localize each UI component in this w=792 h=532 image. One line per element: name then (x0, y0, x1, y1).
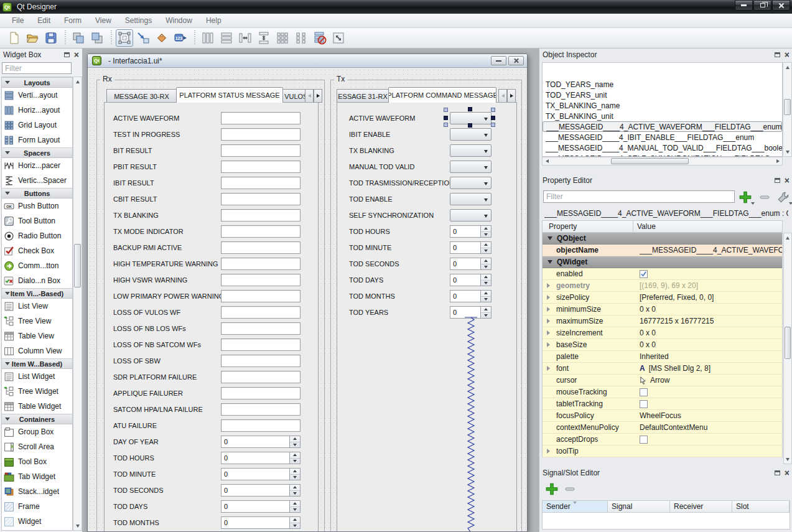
category-item-vi-based-[interactable]: Item Vi...-Based) (2, 288, 72, 299)
property-row-sizePolicy[interactable]: sizePolicy[Preferred, Fixed, 0, 0] (543, 292, 782, 304)
combo-box[interactable] (450, 177, 492, 189)
line-edit[interactable] (221, 371, 300, 383)
widget-box-header[interactable]: Widget Box × (0, 49, 82, 61)
column-header-sender[interactable]: Sender (543, 501, 608, 512)
widget-item-stacked-widget[interactable]: Stack...idget (2, 484, 72, 499)
spin-up-icon[interactable] (481, 226, 491, 232)
property-value-cell[interactable] (636, 386, 782, 398)
spin-down-icon[interactable] (481, 313, 491, 319)
spin-arrows[interactable] (289, 501, 300, 512)
property-row-baseSize[interactable]: baseSize0 x 0 (543, 339, 782, 351)
spin-box[interactable]: 0 (221, 516, 300, 529)
property-value-cell[interactable] (636, 398, 782, 409)
checkbox-unchecked[interactable] (640, 388, 648, 396)
property-row-objectName[interactable]: objectName___MESSAGEID____4_ACTIVE_WAVEF… (543, 245, 782, 256)
edit-buddies-button[interactable] (153, 29, 170, 47)
scrollbar-thumb[interactable] (74, 244, 81, 287)
column-header-slot[interactable]: Slot (732, 501, 790, 512)
scroll-down-icon[interactable] (783, 147, 791, 156)
selection-handle[interactable] (468, 107, 472, 111)
widget-item-tool-box[interactable]: Tool Box (2, 454, 72, 469)
new-file-button[interactable] (5, 29, 22, 47)
tx-tab-scroll-right[interactable] (507, 89, 516, 103)
chevron-down-icon[interactable] (751, 202, 755, 205)
layout-form-button[interactable] (292, 29, 310, 47)
property-row-contextMenuPolicy[interactable]: contextMenuPolicyDefaultContextMenu (543, 422, 782, 434)
spin-up-icon[interactable] (481, 274, 491, 281)
checkbox-unchecked[interactable] (640, 436, 648, 444)
spin-up-icon[interactable] (481, 242, 491, 248)
combo-box[interactable] (450, 161, 492, 173)
spin-down-icon[interactable] (290, 523, 300, 529)
property-row-minimumSize[interactable]: minimumSize0 x 0 (543, 304, 782, 315)
spin-up-icon[interactable] (290, 469, 300, 475)
rx-tab-scroll-right[interactable] (314, 89, 322, 103)
widget-item-radio-button[interactable]: Radio Button (2, 228, 72, 243)
checkbox-unchecked[interactable] (640, 400, 648, 408)
object-item[interactable]: TOD_YEARS_unit (543, 90, 782, 100)
tx-tab-scroll-left[interactable] (498, 89, 507, 103)
layout-vertical-splitter-button[interactable] (255, 29, 273, 47)
line-edit[interactable] (221, 128, 300, 141)
object-item[interactable]: ___MESSAGEID____4_ACTIVE_WAVEFORM___FIEL… (543, 121, 782, 132)
widget-item-list-widget[interactable]: List Widget (2, 369, 72, 384)
spin-down-icon[interactable] (290, 491, 300, 497)
widget-item-grid-layout[interactable]: Grid Layout (2, 118, 72, 133)
lower-widget-button[interactable] (70, 29, 87, 47)
spin-down-icon[interactable] (481, 264, 491, 270)
property-value-cell[interactable]: 16777215 x 16777215 (636, 315, 782, 327)
widget-item-tree-view[interactable]: Tree View (2, 314, 72, 329)
combo-box[interactable] (450, 112, 492, 124)
connection-table-body[interactable] (542, 513, 790, 530)
spin-up-icon[interactable] (481, 307, 491, 313)
spin-down-icon[interactable] (481, 281, 491, 286)
form-close-button[interactable] (508, 56, 524, 65)
spin-up-icon[interactable] (481, 291, 491, 297)
property-group-qwidget[interactable]: QWidget (543, 256, 782, 268)
line-edit[interactable] (221, 355, 300, 367)
layout-horizontal-button[interactable] (199, 29, 217, 47)
property-value-cell[interactable]: 0 x 0 (636, 339, 782, 350)
spin-arrows[interactable] (289, 485, 300, 496)
property-row-toolTip[interactable]: toolTip (543, 446, 782, 457)
spin-up-icon[interactable] (290, 517, 300, 523)
column-header-signal[interactable]: Signal (608, 501, 670, 512)
property-row-cursor[interactable]: cursorArrow (543, 375, 782, 386)
spin-up-icon[interactable] (290, 501, 300, 507)
close-panel-icon[interactable]: × (785, 470, 790, 476)
property-row-sizeIncrement[interactable]: sizeIncrement0 x 0 (543, 327, 782, 339)
category-buttons[interactable]: Buttons (2, 188, 72, 198)
close-button[interactable] (772, 0, 790, 11)
widget-item-command-button[interactable]: Comm...tton (2, 258, 72, 273)
add-connection-button[interactable] (544, 482, 559, 497)
scrollbar-thumb[interactable] (785, 327, 791, 359)
scroll-up-icon[interactable] (784, 233, 791, 242)
widget-item-table-widget[interactable]: Table Widget (2, 399, 72, 414)
scroll-left-icon[interactable] (543, 157, 551, 165)
expand-triangle-icon[interactable] (547, 260, 552, 264)
close-panel-icon[interactable]: × (785, 52, 790, 58)
property-column-header[interactable]: Property (543, 221, 633, 232)
tab-essage-31-rx[interactable]: ESSAGE 31-RX (337, 89, 389, 103)
open-file-button[interactable] (24, 29, 41, 47)
spin-arrows[interactable] (480, 226, 491, 237)
object-item[interactable]: ___MESSAGEID____4_IBIT_ENABLE___FIELDTAG… (543, 132, 782, 142)
expand-arrow-icon[interactable] (547, 330, 550, 335)
spin-box[interactable]: 0 (450, 258, 492, 270)
property-editor-header[interactable]: Property Editor × (539, 174, 792, 187)
edit-tab-order-button[interactable]: 123 (172, 29, 189, 47)
menu-settings[interactable]: Settings (118, 14, 159, 27)
expand-arrow-icon[interactable] (547, 342, 550, 347)
spin-arrows[interactable] (480, 274, 491, 286)
spin-down-icon[interactable] (481, 232, 491, 238)
layout-horizontal-splitter-button[interactable] (236, 29, 254, 47)
property-value-cell[interactable] (636, 434, 782, 445)
category-layouts[interactable]: Layouts (2, 77, 72, 88)
widget-item-widget[interactable]: Widget (2, 514, 72, 529)
remove-property-button[interactable] (757, 191, 772, 203)
spin-arrows[interactable] (289, 436, 300, 447)
line-edit[interactable] (221, 322, 300, 335)
rx-tab-scroll-left[interactable] (305, 89, 314, 103)
property-value-cell[interactable]: [(169, 9), 69 x 20] (636, 280, 782, 291)
expand-arrow-icon[interactable] (547, 449, 550, 454)
